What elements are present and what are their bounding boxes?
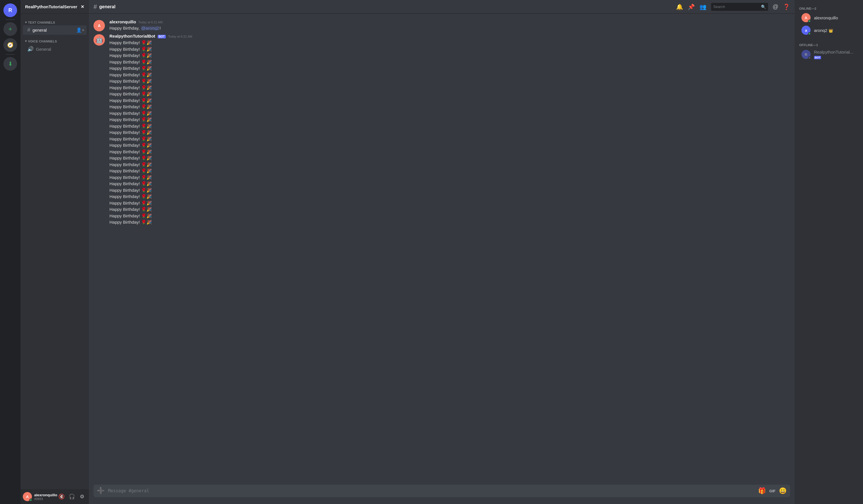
offline-section-header: OFFLINE—1: [795, 41, 863, 48]
search-icon: 🔍: [761, 4, 766, 9]
birthday-line: Happy Birthday! 🌹🎉: [110, 187, 790, 194]
message-input-area: ➕ 🎁 GIF 😀: [89, 484, 795, 504]
chat-header: # general 🔔 📌 👥 🔍 @ ❓: [89, 0, 795, 14]
birthday-line: Happy Birthday! 🌹🎉: [110, 149, 790, 155]
members-sidebar: ONLINE—2 A alexronquillo a aronq2 👑 OFFL…: [795, 0, 863, 504]
gif-button[interactable]: GIF: [769, 489, 776, 493]
message-header-1: alexronquillo Today at 6:21 AM: [110, 20, 790, 24]
birthday-line: Happy Birthday! 🌹🎉: [110, 213, 790, 219]
message-timestamp-1: Today at 6:21 AM: [138, 21, 162, 24]
member-avatar-alexronquillo: A: [801, 13, 811, 22]
birthday-line: Happy Birthday! 🌹🎉: [110, 52, 790, 59]
birthday-line: Happy Birthday! 🌹🎉: [110, 174, 790, 181]
member-alexronquillo[interactable]: A alexronquillo: [797, 11, 861, 24]
server-icon[interactable]: R: [3, 3, 17, 17]
message-content-2: RealpythonTutorialBot BOT Today at 6:21 …: [110, 34, 790, 226]
message-input[interactable]: [108, 485, 755, 496]
member-aronq2[interactable]: a aronq2 👑: [797, 24, 861, 37]
deafen-button[interactable]: 🎧: [67, 492, 76, 501]
explore-button[interactable]: 🧭: [3, 38, 17, 52]
voice-channel-name: General: [36, 47, 84, 52]
birthday-line: Happy Birthday! 🌹🎉: [110, 59, 790, 65]
user-info: alexronquillo #0933: [34, 493, 55, 501]
download-button[interactable]: ⬇: [3, 57, 17, 71]
birthday-line: Happy Birthday! 🌹🎉: [110, 78, 790, 85]
birthday-line: Happy Birthday! 🌹🎉: [110, 206, 790, 213]
add-member-icon[interactable]: 👤+: [76, 27, 84, 33]
birthday-line: Happy Birthday! 🌹🎉: [110, 162, 790, 168]
birthday-line: Happy Birthday! 🌹🎉: [110, 142, 790, 149]
birthday-line: Happy Birthday! 🌹🎉: [110, 136, 790, 142]
bot-badge-member: BOT: [814, 56, 821, 59]
header-actions: 🔔 📌 👥 🔍 @ ❓: [676, 3, 790, 11]
hash-icon: #: [27, 27, 30, 33]
channel-sidebar: RealPythonTutorialServer ✕ ▾ TEXT CHANNE…: [21, 0, 89, 504]
mention-aronq2: @aronq2: [141, 26, 160, 30]
birthday-line: Happy Birthday! 🌹🎉: [110, 123, 790, 130]
hash-icon-header: #: [93, 3, 97, 11]
user-settings-button[interactable]: ⚙: [77, 492, 87, 501]
user-bar: A alexronquillo #0933 🔇 🎧 ⚙: [21, 489, 89, 504]
mute-button[interactable]: 🔇: [57, 492, 66, 501]
add-file-button[interactable]: ➕: [97, 487, 104, 495]
text-channels-category[interactable]: ▾ TEXT CHANNELS: [21, 16, 89, 25]
message-text-2: Happy Birthday! 🌹🎉Happy Birthday! 🌹🎉Happ…: [110, 40, 790, 226]
member-name-aronq2: aronq2 👑: [814, 28, 856, 33]
notifications-button[interactable]: 🔔: [676, 3, 683, 10]
message-group-1: A alexronquillo Today at 6:21 AM Happy B…: [89, 18, 795, 33]
channel-header: # general: [93, 3, 115, 11]
channels-list: ▾ TEXT CHANNELS # general 👤+ ▾ VOICE CHA…: [21, 14, 89, 489]
pinned-button[interactable]: 📌: [688, 3, 695, 10]
birthday-line: Happy Birthday! 🌹🎉: [110, 46, 790, 53]
search-bar[interactable]: 🔍: [711, 3, 768, 11]
voice-channels-category[interactable]: ▾ VOICE CHANNELS: [21, 35, 89, 44]
help-button[interactable]: ❓: [783, 3, 790, 10]
message-text-1: Happy Birthday, @aronq2!: [110, 25, 790, 32]
main-content: # general 🔔 📌 👥 🔍 @ ❓ A alexronquillo To…: [89, 0, 795, 504]
birthday-line: Happy Birthday! 🌹🎉: [110, 91, 790, 98]
member-status-offline: [808, 56, 811, 59]
crown-icon: 👑: [828, 28, 833, 33]
user-status-dot: [29, 499, 32, 502]
chevron-down-icon: ✕: [81, 4, 84, 9]
emoji-button[interactable]: 😀: [779, 487, 787, 495]
channel-name: general: [33, 28, 74, 33]
birthday-line: Happy Birthday! 🌹🎉: [110, 181, 790, 187]
birthday-line: Happy Birthday! 🌹🎉: [110, 98, 790, 104]
at-mention-button[interactable]: @: [773, 3, 778, 10]
search-input[interactable]: [713, 4, 759, 9]
message-avatar-1: A: [93, 20, 105, 32]
message-author-1: alexronquillo: [110, 20, 136, 24]
speaker-icon: 🔊: [27, 46, 34, 52]
server-sidebar: R + 🧭 ⬇: [0, 0, 21, 504]
birthday-line: Happy Birthday! 🌹🎉: [110, 116, 790, 123]
message-content-1: alexronquillo Today at 6:21 AM Happy Bir…: [110, 20, 790, 32]
server-divider-2: [6, 54, 15, 55]
message-author-2: RealpythonTutorialBot: [110, 34, 155, 38]
birthday-line: Happy Birthday! 🌹🎉: [110, 85, 790, 91]
add-server-button[interactable]: +: [3, 22, 17, 36]
birthday-line: Happy Birthday! 🌹🎉: [110, 168, 790, 174]
birthday-line: Happy Birthday! 🌹🎉: [110, 104, 790, 110]
birthday-line: Happy Birthday! 🌹🎉: [110, 72, 790, 78]
server-name: RealPythonTutorialServer: [25, 4, 77, 9]
gift-button[interactable]: 🎁: [758, 487, 766, 495]
birthday-line: Happy Birthday! 🌹🎉: [110, 193, 790, 200]
member-avatar-bot: R: [801, 50, 811, 59]
birthday-line: Happy Birthday! 🌹🎉: [110, 200, 790, 206]
member-avatar-aronq2: a: [801, 26, 811, 35]
birthday-line: Happy Birthday! 🌹🎉: [110, 129, 790, 136]
member-status-online: [808, 20, 811, 23]
member-name-bot: RealpythonTutorial... BOT: [814, 50, 856, 59]
message-input-box: ➕ 🎁 GIF 😀: [93, 484, 790, 497]
member-realpythonbot[interactable]: R RealpythonTutorial... BOT: [797, 48, 861, 61]
message-avatar-2: 🤖: [93, 34, 105, 46]
voice-channel-general[interactable]: 🔊 General: [23, 44, 87, 54]
server-header[interactable]: RealPythonTutorialServer ✕: [21, 0, 89, 14]
server-divider: [6, 20, 15, 20]
channel-item-general[interactable]: # general 👤+: [23, 25, 87, 35]
collapse-icon: ▾: [25, 21, 27, 24]
birthday-line: Happy Birthday! 🌹🎉: [110, 219, 790, 226]
member-name-alexronquillo: alexronquillo: [814, 15, 856, 20]
members-button[interactable]: 👥: [699, 3, 706, 10]
